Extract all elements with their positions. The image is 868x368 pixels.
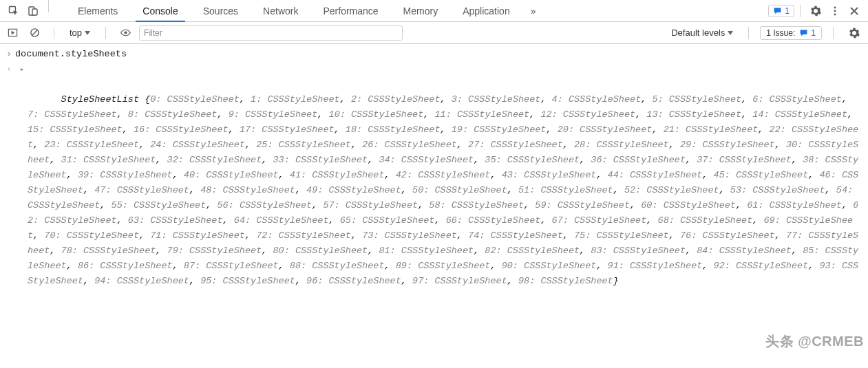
toggle-sidebar-button[interactable] (4, 28, 21, 38)
tab-performance[interactable]: Performance (310, 0, 390, 21)
tab-sources[interactable]: Sources (191, 0, 251, 21)
console-input-row[interactable]: › document.styleSheets (3, 47, 862, 62)
chevron-double-right-icon: » (531, 6, 536, 17)
input-prompt-icon: › (3, 47, 15, 62)
tab-application[interactable]: Application (450, 0, 522, 21)
close-devtools-button[interactable] (845, 6, 864, 16)
svg-rect-2 (32, 9, 37, 15)
svg-point-5 (834, 13, 836, 15)
filter-input[interactable] (139, 25, 403, 41)
tabbar-right: 1 (768, 0, 868, 21)
tab-label: Network (263, 6, 298, 17)
tab-label: Sources (203, 6, 238, 17)
tab-elements[interactable]: Elements (65, 0, 130, 21)
live-expression-button[interactable] (117, 27, 134, 39)
messages-count: 1 (785, 6, 790, 16)
chevron-down-icon (85, 31, 90, 35)
tab-memory[interactable]: Memory (391, 0, 451, 21)
console-result-row[interactable]: ‹ ▸ StyleSheetList {0: CSSStyleSheet, 1:… (3, 62, 862, 304)
device-toolbar-icon[interactable] (23, 0, 43, 21)
level-label: Default levels (671, 28, 725, 38)
gear-icon (810, 6, 821, 17)
divider (54, 27, 54, 39)
message-icon (799, 28, 808, 37)
log-level-select[interactable]: Default levels (667, 28, 737, 38)
message-icon (773, 6, 782, 15)
divider (800, 5, 801, 17)
tab-label: Memory (403, 6, 438, 17)
svg-point-3 (834, 6, 836, 8)
issues-count: 1 (811, 28, 816, 38)
issues-label: 1 Issue: (766, 28, 795, 38)
tab-console[interactable]: Console (130, 0, 190, 21)
tab-label: Elements (78, 6, 118, 17)
gear-icon (849, 28, 860, 39)
divider (748, 27, 749, 39)
expand-icon[interactable]: ▸ (18, 62, 26, 77)
tab-label: Application (463, 6, 510, 17)
console-input-text: document.styleSheets (15, 47, 862, 62)
console-settings-button[interactable] (845, 28, 864, 39)
divider (48, 0, 49, 12)
svg-point-8 (124, 31, 127, 34)
more-button[interactable] (825, 6, 845, 17)
tab-label: Performance (323, 6, 378, 17)
context-label: top (70, 28, 82, 38)
inspect-element-icon[interactable] (4, 0, 23, 21)
sidebar-icon (8, 28, 18, 38)
tab-label: Console (142, 6, 178, 17)
svg-point-4 (834, 10, 836, 12)
overflow-tabs-button[interactable]: » (522, 0, 544, 21)
close-icon (849, 6, 859, 16)
console-output: › document.styleSheets ‹ ▸ StyleSheetLis… (0, 44, 868, 307)
console-toolbar: top Default levels 1 Issue: 1 (0, 22, 868, 44)
clear-console-button[interactable] (26, 28, 43, 38)
execution-context-select[interactable]: top (65, 26, 94, 39)
settings-button[interactable] (806, 6, 825, 17)
issues-badge[interactable]: 1 Issue: 1 (760, 26, 822, 40)
panel-tabs: ElementsConsoleSourcesNetworkPerformance… (65, 0, 522, 21)
devtools-tabbar: ElementsConsoleSourcesNetworkPerformance… (0, 0, 868, 22)
ban-icon (30, 28, 40, 38)
more-vertical-icon (829, 6, 840, 17)
console-result-object[interactable]: ▸ StyleSheetList {0: CSSStyleSheet, 1: C… (15, 62, 862, 304)
tab-network[interactable]: Network (251, 0, 310, 21)
console-messages-badge[interactable]: 1 (768, 5, 794, 17)
divider (105, 27, 106, 39)
divider (833, 27, 834, 39)
output-prompt-icon: ‹ (3, 62, 15, 77)
chevron-down-icon (728, 31, 733, 35)
eye-icon (120, 27, 131, 39)
